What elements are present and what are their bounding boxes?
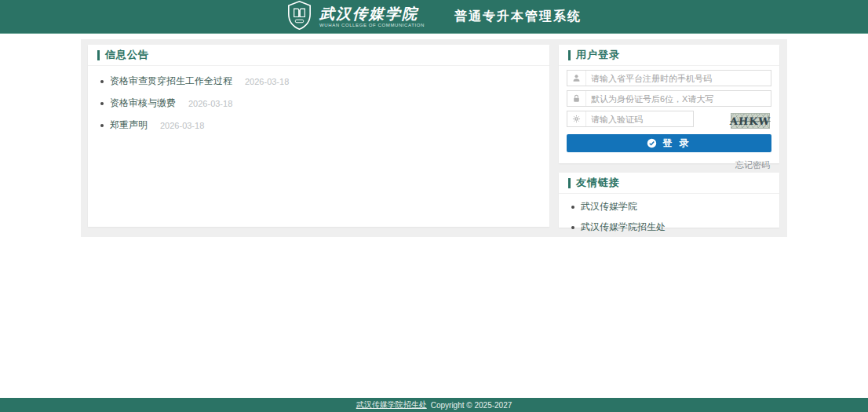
announcement-link[interactable]: 资格审查贯穿招生工作全过程 <box>110 75 232 88</box>
friend-link[interactable]: 武汉传媒学院招生处 <box>581 221 666 234</box>
captcha-input[interactable] <box>586 112 707 126</box>
school-brand: 武汉传媒学院 WUHAN COLLEGE OF COMMUNICATION <box>286 0 425 33</box>
shield-open-book-logo-icon <box>286 0 312 33</box>
captcha-row: AHKW <box>567 111 771 131</box>
login-card: 用户登录 <box>559 45 779 163</box>
password-input-row <box>567 90 771 107</box>
phone-input[interactable] <box>586 71 771 85</box>
title-accent-bar <box>568 178 571 188</box>
friend-links-title: 友情链接 <box>576 176 620 190</box>
announcements-title: 信息公告 <box>105 48 149 62</box>
login-title: 用户登录 <box>576 48 620 62</box>
announcement-row: 郑重声明 2026-03-18 <box>100 118 537 132</box>
friend-links-card: 友情链接 武汉传媒学院 武汉传媒学院招生处 <box>559 173 779 228</box>
bullet-dot-icon <box>571 206 574 209</box>
captcha-image[interactable]: AHKW <box>731 113 770 129</box>
captcha-input-row <box>567 111 694 127</box>
title-accent-bar <box>568 50 571 60</box>
title-accent-bar <box>97 50 100 60</box>
system-title: 普通专升本管理系统 <box>454 9 582 25</box>
school-name-block: 武汉传媒学院 WUHAN COLLEGE OF COMMUNICATION <box>319 5 425 28</box>
announcements-header: 信息公告 <box>88 45 549 66</box>
login-button[interactable]: 登 录 <box>567 134 771 152</box>
school-name-cn: 武汉传媒学院 <box>319 5 425 22</box>
forgot-password-link[interactable]: 忘记密码 <box>735 160 770 170</box>
announcements-card: 信息公告 资格审查贯穿招生工作全过程 2026-03-18 资格审核与缴费 20… <box>88 45 549 227</box>
login-header: 用户登录 <box>559 45 779 66</box>
footer-copyright: Copyright © 2025-2027 <box>431 401 512 410</box>
announcement-date: 2026-03-18 <box>188 99 232 108</box>
app-header: 武汉传媒学院 WUHAN COLLEGE OF COMMUNICATION 普通… <box>0 0 868 34</box>
friend-links-header: 友情链接 <box>559 173 779 194</box>
friend-link[interactable]: 武汉传媒学院 <box>581 200 637 213</box>
page-footer: 武汉传媒学院招生处 Copyright © 2025-2027 <box>0 398 868 412</box>
announcement-link[interactable]: 郑重声明 <box>110 118 148 132</box>
announcement-date: 2026-03-18 <box>245 77 289 86</box>
announcement-row: 资格审查贯穿招生工作全过程 2026-03-18 <box>100 75 537 88</box>
lock-icon <box>567 91 586 106</box>
password-input[interactable] <box>586 92 771 105</box>
captcha-code-text: AHKW <box>730 115 771 127</box>
bullet-dot-icon <box>571 226 574 229</box>
friend-links-list: 武汉传媒学院 武汉传媒学院招生处 <box>559 194 779 247</box>
check-circle-icon <box>647 138 662 148</box>
announcements-list: 资格审查贯穿招生工作全过程 2026-03-18 资格审核与缴费 2026-03… <box>88 66 549 149</box>
announcement-date: 2026-03-18 <box>160 121 204 130</box>
login-button-label: 登 录 <box>662 137 691 150</box>
gear-icon <box>567 111 586 126</box>
user-icon <box>567 71 586 86</box>
bullet-dot-icon <box>100 80 104 83</box>
friend-link-row: 武汉传媒学院招生处 <box>571 221 767 234</box>
login-form: AHKW 登 录 忘记密码 <box>559 66 779 171</box>
forgot-password-row: 忘记密码 <box>567 152 771 171</box>
friend-link-row: 武汉传媒学院 <box>571 200 767 213</box>
bullet-dot-icon <box>100 124 104 127</box>
announcement-link[interactable]: 资格审核与缴费 <box>110 97 176 110</box>
school-name-en: WUHAN COLLEGE OF COMMUNICATION <box>319 22 425 28</box>
announcement-row: 资格审核与缴费 2026-03-18 <box>100 97 537 110</box>
bullet-dot-icon <box>100 102 104 105</box>
footer-org-link[interactable]: 武汉传媒学院招生处 <box>356 399 427 410</box>
phone-input-row <box>567 70 771 86</box>
